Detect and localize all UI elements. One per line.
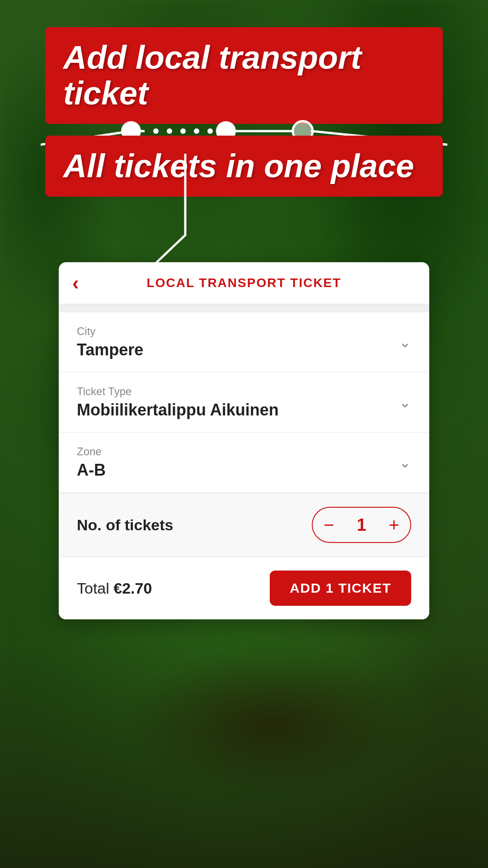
zone-value: A-B <box>77 461 399 480</box>
card-header: ‹ LOCAL TRANSPORT TICKET <box>59 262 429 304</box>
ticket-type-value: Mobiilikertalippu Aikuinen <box>77 401 399 420</box>
card-footer: Total €2.70 ADD 1 TICKET <box>59 557 429 619</box>
ticket-type-label: Ticket Type <box>77 385 399 398</box>
svg-point-5 <box>194 128 199 134</box>
city-chevron-icon: ⌄ <box>399 334 411 351</box>
card-separator-bar <box>59 304 429 312</box>
back-button[interactable]: ‹ <box>72 273 79 293</box>
ticket-type-field[interactable]: Ticket Type Mobiilikertalippu Aikuinen ⌄ <box>59 373 429 433</box>
city-label: City <box>77 325 399 338</box>
app-content: Add local transport ticket All ti <box>0 0 488 868</box>
increment-button[interactable]: + <box>378 507 410 543</box>
city-value: Tampere <box>77 340 399 359</box>
zone-label: Zone <box>77 445 399 458</box>
decrement-button[interactable]: − <box>313 507 345 543</box>
total-amount: €2.70 <box>113 580 152 597</box>
city-field[interactable]: City Tampere ⌄ <box>59 312 429 373</box>
svg-point-4 <box>180 128 186 134</box>
ticket-count-section: No. of tickets − 1 + <box>59 493 429 557</box>
total-text: Total €2.70 <box>77 580 152 597</box>
ticket-type-chevron-icon: ⌄ <box>399 394 411 411</box>
banner-1-text: Add local transport ticket <box>63 40 425 111</box>
ticket-count-label: No. of tickets <box>77 516 173 534</box>
zone-field[interactable]: Zone A-B ⌄ <box>59 433 429 493</box>
svg-point-6 <box>207 128 213 134</box>
add-ticket-button[interactable]: ADD 1 TICKET <box>270 571 411 606</box>
total-label: Total <box>77 580 109 597</box>
ticket-form-card: ‹ LOCAL TRANSPORT TICKET City Tampere ⌄ … <box>59 262 429 619</box>
ticket-counter: − 1 + <box>312 507 411 543</box>
zone-chevron-icon: ⌄ <box>399 454 411 471</box>
card-title: LOCAL TRANSPORT TICKET <box>147 276 342 290</box>
counter-value: 1 <box>345 515 378 535</box>
svg-point-2 <box>153 128 159 134</box>
svg-point-3 <box>167 128 172 134</box>
